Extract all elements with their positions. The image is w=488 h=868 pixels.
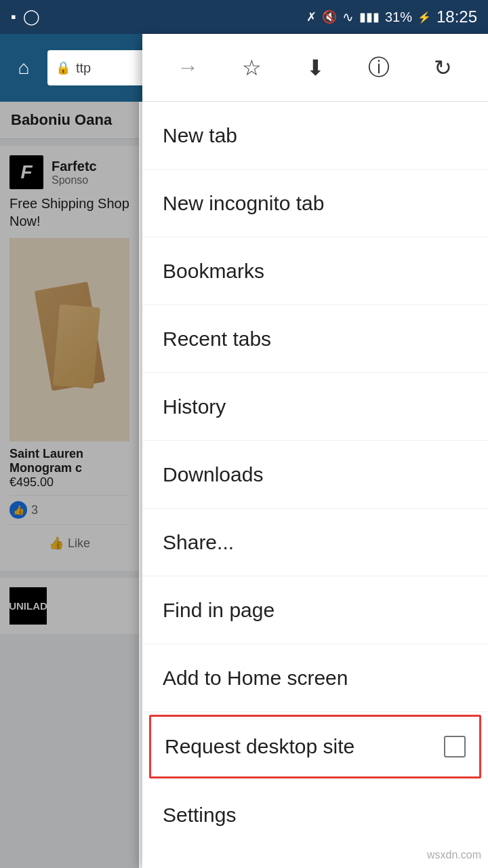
menu-item-add-to-home[interactable]: Add to Home screen xyxy=(142,644,488,712)
overlay-dim xyxy=(0,102,139,868)
battery-percentage: 31% xyxy=(385,9,412,25)
info-icon: ⓘ xyxy=(368,53,390,83)
share-label: Share... xyxy=(163,531,234,554)
settings-label: Settings xyxy=(163,804,236,827)
refresh-icon: ↻ xyxy=(434,55,452,81)
bookmark-button[interactable]: ☆ xyxy=(228,44,275,92)
menu-item-history[interactable]: History xyxy=(142,373,488,441)
watermark: wsxdn.com xyxy=(427,849,481,861)
address-text: ttp xyxy=(76,60,91,76)
menu-item-new-incognito-tab[interactable]: New incognito tab xyxy=(142,170,488,237)
home-button[interactable]: ⌂ xyxy=(7,47,41,88)
menu-item-bookmarks[interactable]: Bookmarks xyxy=(142,237,488,305)
recent-tabs-label: Recent tabs xyxy=(163,328,271,351)
new-tab-label: New tab xyxy=(163,124,237,147)
wifi-icon: ∿ xyxy=(342,9,354,25)
menu-items-list: New tab New incognito tab Bookmarks Rece… xyxy=(142,102,488,868)
new-incognito-tab-label: New incognito tab xyxy=(163,192,324,215)
add-to-home-label: Add to Home screen xyxy=(163,667,348,690)
status-bar: ▪ ◯ ✗ 🔇 ∿ ▮▮▮ 31% ⚡ 18:25 xyxy=(0,0,488,34)
battery-icon: ⚡ xyxy=(418,11,431,24)
refresh-button[interactable]: ↻ xyxy=(419,44,466,92)
menu-item-settings[interactable]: Settings xyxy=(142,781,488,849)
menu-item-recent-tabs[interactable]: Recent tabs xyxy=(142,305,488,373)
forward-button[interactable]: → xyxy=(164,44,211,92)
history-label: History xyxy=(163,395,226,418)
signal-icon: ▮▮▮ xyxy=(359,9,380,24)
menu-toolbar: → ☆ ⬇ ⓘ ↻ xyxy=(142,34,488,102)
sim-icon: ▪ xyxy=(11,8,16,26)
context-menu: → ☆ ⬇ ⓘ ↻ New tab New incognito tab Book… xyxy=(142,34,488,868)
download-button[interactable]: ⬇ xyxy=(291,44,339,92)
lock-icon: 🔒 xyxy=(56,60,70,75)
menu-item-new-tab[interactable]: New tab xyxy=(142,102,488,170)
downloads-label: Downloads xyxy=(163,463,263,486)
status-right-icons: ✗ 🔇 ∿ ▮▮▮ 31% ⚡ 18:25 xyxy=(306,7,477,26)
bookmark-icon: ☆ xyxy=(242,55,262,81)
info-button[interactable]: ⓘ xyxy=(355,44,403,92)
forward-icon: → xyxy=(177,55,199,80)
menu-item-request-desktop-site[interactable]: Request desktop site xyxy=(149,715,481,778)
menu-item-downloads[interactable]: Downloads xyxy=(142,441,488,509)
request-desktop-site-label: Request desktop site xyxy=(165,735,354,758)
menu-item-share[interactable]: Share... xyxy=(142,509,488,576)
home-icon: ⌂ xyxy=(18,57,30,79)
bluetooth-icon: ✗ xyxy=(306,9,317,24)
download-icon: ⬇ xyxy=(306,55,325,81)
bookmarks-label: Bookmarks xyxy=(163,260,264,283)
find-in-page-label: Find in page xyxy=(163,599,274,622)
vodafone-icon: ◯ xyxy=(23,8,40,26)
status-time: 18:25 xyxy=(436,7,477,26)
request-desktop-checkbox[interactable] xyxy=(444,736,466,757)
mute-icon: 🔇 xyxy=(322,9,337,24)
menu-item-find-in-page[interactable]: Find in page xyxy=(142,576,488,644)
status-left-icons: ▪ ◯ xyxy=(11,8,40,26)
